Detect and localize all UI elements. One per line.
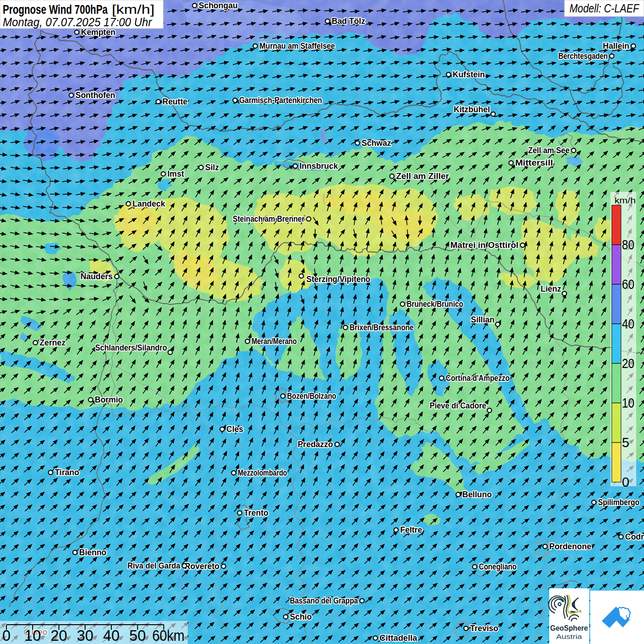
- svg-text:Sonthofen: Sonthofen: [75, 91, 115, 100]
- svg-text:50: 50: [129, 627, 146, 644]
- svg-text:Bad Tölz: Bad Tölz: [332, 17, 365, 26]
- svg-text:Lienz: Lienz: [540, 284, 561, 293]
- svg-text:Berchtesgaden: Berchtesgaden: [558, 52, 608, 61]
- svg-text:Hallein: Hallein: [603, 41, 629, 51]
- svg-text:Reutte: Reutte: [162, 97, 188, 106]
- svg-text:Zell am Ziller: Zell am Ziller: [396, 172, 449, 181]
- svg-text:Conegliano: Conegliano: [479, 562, 517, 571]
- svg-text:Mittersill: Mittersill: [515, 158, 553, 167]
- svg-text:Montag, 07.07.2025 17:00 Uhr: Montag, 07.07.2025 17:00 Uhr: [3, 15, 152, 29]
- svg-text:Feltre: Feltre: [400, 525, 422, 535]
- svg-text:5: 5: [622, 435, 629, 450]
- svg-text:Matrei in Osttirol: Matrei in Osttirol: [450, 241, 518, 250]
- svg-text:Innsbruck: Innsbruck: [299, 161, 338, 171]
- svg-text:Kufstein: Kufstein: [453, 70, 485, 79]
- svg-text:Modell: C-LAEF: Modell: C-LAEF: [569, 1, 640, 15]
- svg-text:Codroipo: Codroipo: [625, 532, 644, 541]
- svg-text:Schwaz: Schwaz: [362, 138, 391, 148]
- svg-text:Cittadella: Cittadella: [380, 633, 417, 643]
- svg-text:Rovereto: Rovereto: [184, 562, 219, 571]
- svg-text:Bienno: Bienno: [79, 548, 106, 557]
- svg-text:Cortina d'Ampezzo: Cortina d'Ampezzo: [446, 374, 510, 383]
- svg-text:Imst: Imst: [167, 169, 184, 178]
- svg-text:Schlanders/Silandro: Schlanders/Silandro: [95, 343, 167, 352]
- svg-text:Kempten: Kempten: [81, 28, 115, 37]
- svg-text:Silz: Silz: [205, 163, 219, 172]
- svg-text:km/h: km/h: [615, 196, 636, 205]
- svg-text:Sterzing/Vipiteno: Sterzing/Vipiteno: [306, 275, 370, 284]
- svg-text:Meran/Merano: Meran/Merano: [252, 337, 297, 346]
- svg-text:Kitzbühel: Kitzbühel: [454, 105, 490, 114]
- svg-text:GeoSphere: GeoSphere: [550, 624, 588, 632]
- svg-text:Brixen/Bressanone: Brixen/Bressanone: [350, 323, 414, 332]
- svg-text:Bozen/Bolzano: Bozen/Bolzano: [287, 391, 336, 401]
- svg-text:Garmisch-Partenkirchen: Garmisch-Partenkirchen: [239, 96, 322, 105]
- svg-text:20: 20: [622, 356, 634, 371]
- svg-text:Bormio: Bormio: [95, 395, 123, 404]
- svg-text:Tirano: Tirano: [55, 468, 79, 477]
- svg-text:0: 0: [622, 475, 629, 489]
- svg-text:10: 10: [622, 396, 634, 410]
- svg-text:Cles: Cles: [226, 425, 243, 434]
- svg-text:Zernez: Zernez: [40, 338, 66, 347]
- svg-text:Treviso: Treviso: [470, 624, 498, 633]
- svg-text:[km/h]: [km/h]: [112, 3, 155, 17]
- svg-text:Murnau am Staffelsee: Murnau am Staffelsee: [259, 41, 335, 51]
- svg-text:20: 20: [51, 627, 67, 644]
- svg-text:Belluno: Belluno: [462, 490, 492, 499]
- svg-text:Landeck: Landeck: [132, 199, 165, 208]
- svg-text:Pieve di Cadore: Pieve di Cadore: [430, 401, 486, 410]
- svg-text:Trento: Trento: [244, 508, 268, 518]
- svg-text:Predazzo: Predazzo: [298, 440, 333, 449]
- svg-text:30: 30: [77, 627, 93, 644]
- svg-text:Bruneck/Brunico: Bruneck/Brunico: [407, 299, 463, 309]
- svg-text:Austria: Austria: [556, 632, 582, 640]
- svg-text:60km: 60km: [152, 627, 184, 644]
- svg-text:40: 40: [103, 627, 120, 644]
- svg-text:0: 0: [2, 627, 11, 644]
- svg-text:Pordenone: Pordenone: [549, 542, 592, 551]
- svg-text:Sillian: Sillian: [471, 315, 494, 324]
- svg-text:Nauders: Nauders: [80, 272, 113, 281]
- svg-text:10: 10: [24, 627, 41, 644]
- svg-text:Zell am See: Zell am See: [528, 146, 569, 155]
- svg-text:Schio: Schio: [290, 612, 312, 621]
- svg-text:60: 60: [622, 277, 634, 292]
- svg-text:Riva del Garda: Riva del Garda: [127, 561, 180, 570]
- svg-text:Spilimbergo: Spilimbergo: [598, 498, 639, 507]
- svg-text:Prognose Wind 700hPa: Prognose Wind 700hPa: [3, 3, 108, 17]
- svg-text:Mezzolombardo: Mezzolombardo: [238, 468, 287, 477]
- svg-text:40: 40: [622, 316, 634, 331]
- svg-text:Schongau: Schongau: [199, 1, 238, 10]
- svg-text:Bassano del Grappa: Bassano del Grappa: [290, 596, 358, 605]
- svg-text:Steinach am Brenner: Steinach am Brenner: [233, 214, 305, 224]
- svg-text:80: 80: [622, 237, 634, 252]
